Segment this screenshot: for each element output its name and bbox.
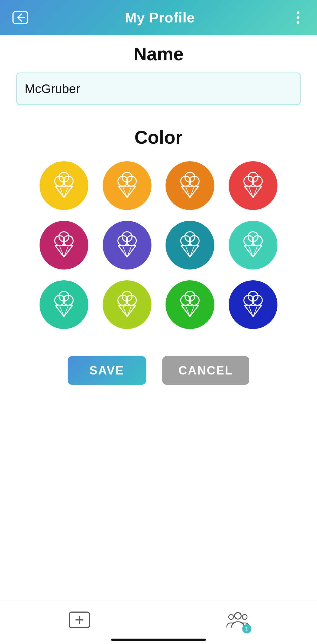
color-option-mint[interactable]	[40, 280, 88, 329]
svg-point-25	[248, 172, 258, 182]
bottom-nav: 1	[0, 601, 317, 644]
color-option-magenta[interactable]	[40, 221, 88, 270]
name-input[interactable]	[16, 73, 301, 105]
ice-cream-icon	[238, 230, 268, 260]
ice-cream-icon	[238, 290, 268, 320]
add-photo-nav[interactable]	[0, 608, 158, 632]
svg-point-74	[185, 291, 195, 301]
page-title: My Profile	[125, 9, 195, 26]
group-nav[interactable]: 1	[158, 608, 317, 632]
group-badge: 1	[242, 624, 251, 633]
dot-3	[297, 21, 299, 24]
color-option-orange[interactable]	[166, 161, 214, 210]
svg-point-4	[59, 172, 69, 182]
svg-marker-47	[181, 246, 199, 257]
svg-point-39	[122, 232, 132, 242]
color-grid	[37, 161, 280, 329]
svg-point-91	[242, 615, 247, 619]
main-content: Name Color	[0, 43, 317, 385]
color-option-teal[interactable]	[166, 221, 214, 270]
color-option-peach[interactable]	[103, 161, 151, 210]
color-option-red[interactable]	[229, 161, 277, 210]
svg-marker-75	[181, 305, 199, 317]
back-icon	[12, 11, 28, 24]
svg-point-60	[59, 291, 69, 301]
home-indicator	[111, 639, 206, 641]
svg-marker-40	[118, 246, 136, 257]
svg-marker-54	[244, 246, 262, 257]
svg-point-90	[229, 615, 234, 619]
ice-cream-icon	[238, 171, 268, 201]
svg-point-67	[122, 291, 132, 301]
svg-point-18	[185, 172, 195, 182]
ice-cream-icon	[49, 290, 79, 320]
svg-marker-33	[55, 246, 73, 257]
svg-marker-5	[55, 186, 73, 198]
group-icon: 1	[226, 608, 250, 632]
add-photo-icon	[67, 608, 92, 632]
dot-2	[297, 16, 299, 19]
ice-cream-icon	[49, 230, 79, 260]
color-option-navy[interactable]	[229, 280, 277, 329]
svg-marker-26	[244, 186, 262, 198]
back-button[interactable]	[11, 8, 30, 27]
header: My Profile	[0, 0, 317, 35]
cancel-button[interactable]: CANCEL	[162, 356, 249, 385]
ice-cream-icon	[175, 171, 205, 201]
svg-point-46	[185, 232, 195, 242]
name-label: Name	[16, 43, 301, 64]
save-button[interactable]: SAVE	[68, 356, 146, 385]
svg-marker-68	[118, 305, 136, 317]
ice-cream-icon	[49, 171, 79, 201]
color-option-green[interactable]	[166, 280, 214, 329]
color-option-purple[interactable]	[103, 221, 151, 270]
color-label: Color	[16, 127, 301, 148]
svg-point-81	[248, 291, 258, 301]
svg-point-32	[59, 232, 69, 242]
dot-1	[297, 11, 299, 14]
action-buttons: SAVE CANCEL	[16, 356, 301, 385]
svg-marker-61	[55, 305, 73, 317]
svg-marker-19	[181, 186, 199, 198]
svg-marker-12	[118, 186, 136, 198]
svg-point-11	[122, 172, 132, 182]
ice-cream-icon	[175, 230, 205, 260]
ice-cream-icon	[112, 171, 142, 201]
svg-point-89	[235, 613, 241, 619]
ice-cream-icon	[175, 290, 205, 320]
color-option-lime[interactable]	[103, 280, 151, 329]
svg-point-53	[248, 232, 258, 242]
ice-cream-icon	[112, 230, 142, 260]
color-option-cyan[interactable]	[229, 221, 277, 270]
color-option-yellow[interactable]	[40, 161, 88, 210]
more-button[interactable]	[290, 8, 306, 27]
ice-cream-icon	[112, 290, 142, 320]
svg-marker-82	[244, 305, 262, 317]
